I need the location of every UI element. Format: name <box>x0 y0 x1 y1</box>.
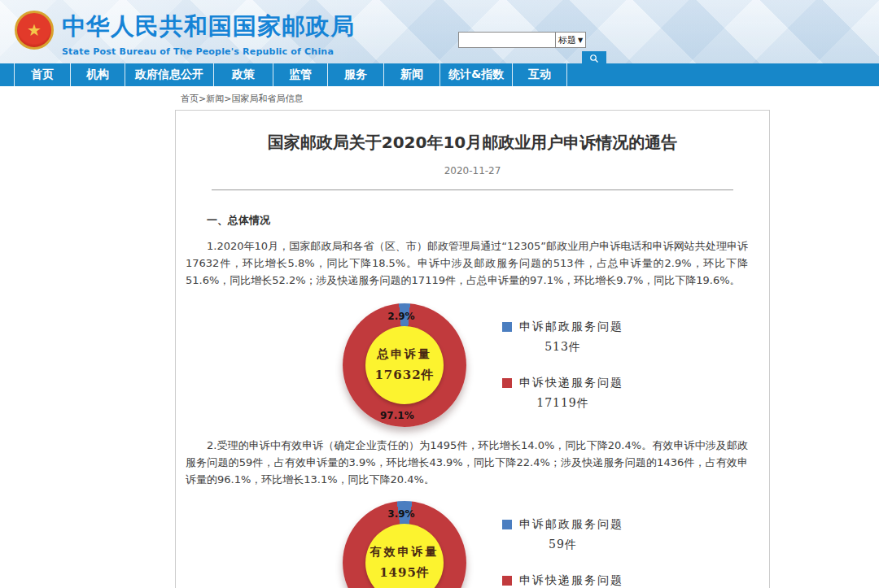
search-button[interactable] <box>582 51 606 66</box>
legend-item-postal: 申诉邮政服务问题 59件 <box>502 517 623 552</box>
nav-item-policy[interactable]: 政策 <box>214 63 273 86</box>
nav-item-interaction[interactable]: 互动 <box>513 63 567 86</box>
legend-count-express: 17119件 <box>502 396 623 411</box>
site-title-cn: 中华人民共和国国家邮政局 <box>62 11 355 43</box>
legend-swatch-express-icon <box>502 576 512 586</box>
magnifier-icon <box>589 54 599 63</box>
donut-center-label: 总申诉量 17632件 <box>365 326 444 404</box>
title-divider <box>212 189 733 190</box>
search-input[interactable] <box>458 32 555 48</box>
breadcrumb[interactable]: 首页>新闻>国家局和省局信息 <box>181 93 879 105</box>
site-header: ★ 中华人民共和国国家邮政局 State Post Bureau of The … <box>0 0 879 63</box>
chart-valid-complaints: 3.9% 有效申诉量 1495件 96.1% 申诉邮政服务问题 59件 申诉快递… <box>176 501 769 588</box>
legend-label-express: 申诉快递服务问题 <box>519 376 623 390</box>
legend-count-postal: 513件 <box>502 340 623 355</box>
slice-label-postal-pct: 2.9% <box>387 311 414 322</box>
nav-item-service[interactable]: 服务 <box>328 63 384 86</box>
chart-legend: 申诉邮政服务问题 59件 申诉快递服务问题 1436件 <box>502 517 623 588</box>
legend-swatch-postal-icon <box>502 322 512 332</box>
nav-spacer <box>0 63 15 86</box>
donut-center-label: 有效申诉量 1495件 <box>365 524 444 588</box>
nav-item-gov-info[interactable]: 政府信息公开 <box>125 63 214 86</box>
article-title: 国家邮政局关于2020年10月邮政业用户申诉情况的通告 <box>200 132 745 154</box>
paragraph-1: 1.2020年10月，国家邮政局和各省（区、市）邮政管理局通过“12305”邮政… <box>186 237 748 289</box>
legend-label-postal: 申诉邮政服务问题 <box>519 320 623 334</box>
donut-chart-total: 2.9% 总申诉量 17632件 97.1% <box>343 303 466 427</box>
legend-count-postal: 59件 <box>502 538 623 552</box>
slice-label-express-pct: 97.1% <box>380 410 414 421</box>
nav-item-news[interactable]: 新闻 <box>384 63 440 86</box>
legend-label-postal: 申诉邮政服务问题 <box>519 517 623 532</box>
search-category-label: 标题 <box>558 34 576 46</box>
main-nav: 首页 机构 政府信息公开 政策 监管 服务 新闻 统计&指数 互动 <box>0 63 879 86</box>
chevron-down-icon: ▼ <box>578 37 583 44</box>
slice-label-postal-pct: 3.9% <box>387 508 414 520</box>
legend-item-express: 申诉快递服务问题 17119件 <box>502 376 623 411</box>
section-heading: 一、总体情况 <box>186 213 748 228</box>
national-emblem-icon: ★ <box>15 11 54 50</box>
legend-label-express: 申诉快递服务问题 <box>519 573 623 588</box>
chart-total-complaints: 2.9% 总申诉量 17632件 97.1% 申诉邮政服务问题 513件 申诉快… <box>176 303 769 427</box>
search-area: 标题 ▼ <box>458 32 606 67</box>
legend-item-express: 申诉快递服务问题 1436件 <box>502 573 623 588</box>
article-date: 2020-11-27 <box>176 165 769 176</box>
nav-item-home[interactable]: 首页 <box>15 63 71 86</box>
paragraph-2: 2.受理的申诉中有效申诉（确定企业责任的）为1495件，环比增长14.0%，同比… <box>186 437 748 488</box>
nav-item-organization[interactable]: 机构 <box>71 63 125 86</box>
legend-swatch-postal-icon <box>502 520 512 529</box>
legend-item-postal: 申诉邮政服务问题 513件 <box>502 320 623 355</box>
article-container: 国家邮政局关于2020年10月邮政业用户申诉情况的通告 2020-11-27 一… <box>175 110 770 588</box>
donut-chart-valid: 3.9% 有效申诉量 1495件 96.1% <box>343 501 466 588</box>
legend-swatch-express-icon <box>502 378 512 388</box>
site-title-en: State Post Bureau of The People's Republ… <box>62 46 355 57</box>
nav-item-statistics[interactable]: 统计&指数 <box>440 63 513 86</box>
site-title-block: 中华人民共和国国家邮政局 State Post Bureau of The Pe… <box>62 11 355 57</box>
search-category-select[interactable]: 标题 ▼ <box>555 32 586 48</box>
nav-item-supervision[interactable]: 监管 <box>273 63 328 86</box>
chart-legend: 申诉邮政服务问题 513件 申诉快递服务问题 17119件 <box>502 320 623 411</box>
